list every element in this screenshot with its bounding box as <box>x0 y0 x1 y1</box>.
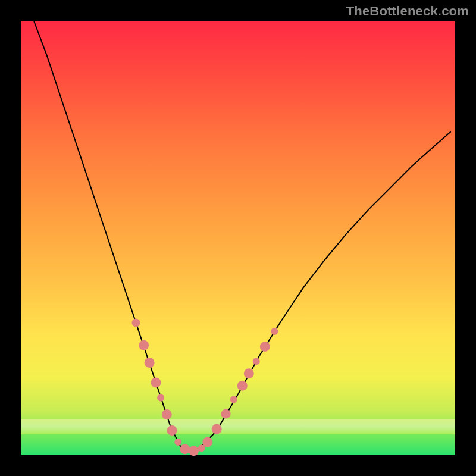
marker-dot <box>189 446 199 456</box>
marker-dot <box>157 394 164 402</box>
marker-dot <box>174 439 181 446</box>
marker-dot <box>132 318 140 327</box>
marker-dot <box>180 444 190 454</box>
marker-dot <box>139 340 149 350</box>
chart-svg <box>21 21 455 455</box>
chart-frame: TheBottleneck.com <box>0 0 476 476</box>
marker-group <box>132 318 278 456</box>
marker-dot <box>162 409 172 419</box>
marker-dot <box>221 409 231 419</box>
marker-dot <box>253 358 260 365</box>
marker-dot <box>230 396 237 403</box>
marker-dot <box>202 437 212 447</box>
watermark-text: TheBottleneck.com <box>346 4 469 19</box>
marker-dot <box>260 342 270 352</box>
marker-dot <box>151 378 161 388</box>
marker-dot <box>145 358 155 368</box>
marker-dot <box>271 328 278 335</box>
marker-dot <box>167 425 177 436</box>
marker-dot <box>244 368 254 378</box>
marker-dot <box>212 424 222 434</box>
marker-dot <box>237 381 248 391</box>
